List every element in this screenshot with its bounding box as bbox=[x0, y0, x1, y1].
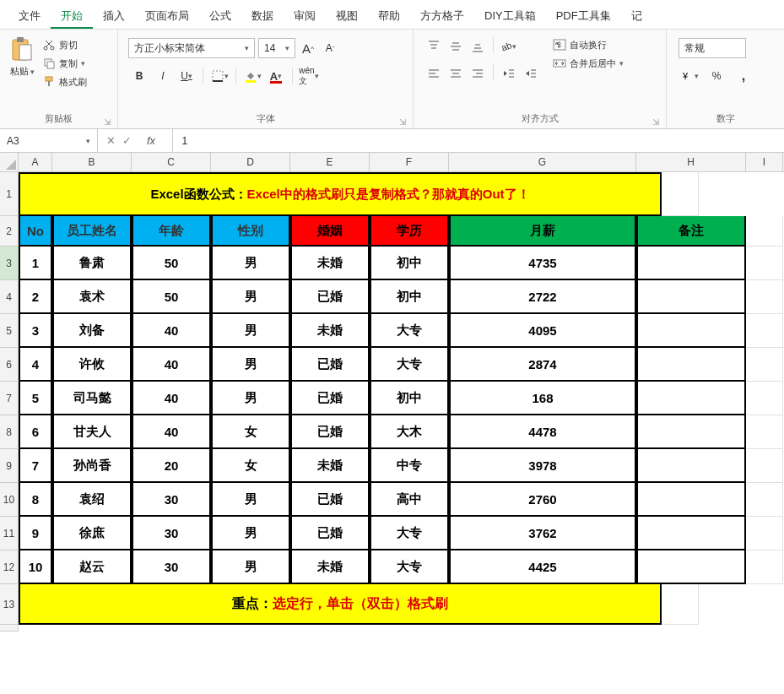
table-cell[interactable]: 赵云 bbox=[52, 550, 132, 584]
table-cell[interactable]: 已婚 bbox=[290, 517, 370, 550]
menu-item-5[interactable]: 数据 bbox=[241, 3, 284, 29]
table-cell[interactable]: 4478 bbox=[449, 415, 636, 449]
table-header[interactable]: 学历 bbox=[370, 216, 449, 247]
col-header-E[interactable]: E bbox=[290, 153, 370, 171]
increase-font-button[interactable]: A^ bbox=[299, 39, 317, 57]
font-name-select[interactable]: 方正小标宋简体▾ bbox=[128, 38, 255, 58]
table-cell[interactable]: 3762 bbox=[449, 517, 636, 550]
table-cell[interactable]: 男 bbox=[211, 382, 290, 415]
wrap-text-button[interactable]: ab 自动换行 bbox=[553, 38, 624, 52]
footer-cell[interactable]: 重点：选定行，单击（双击）格式刷 bbox=[19, 584, 662, 625]
format-painter-button[interactable]: 格式刷 bbox=[42, 75, 87, 89]
row-header[interactable]: 10 bbox=[0, 483, 19, 517]
table-cell[interactable]: 孙尚香 bbox=[52, 449, 132, 483]
col-header-G[interactable]: G bbox=[449, 153, 636, 171]
menu-item-11[interactable]: PDF工具集 bbox=[546, 3, 621, 29]
row-header[interactable]: 4 bbox=[0, 280, 19, 314]
row-header[interactable]: 12 bbox=[0, 550, 19, 584]
align-top-button[interactable] bbox=[424, 36, 444, 57]
table-cell[interactable]: 40 bbox=[132, 415, 211, 449]
indent-increase-button[interactable] bbox=[521, 63, 541, 84]
table-cell[interactable]: 30 bbox=[132, 517, 211, 550]
table-header[interactable]: 年龄 bbox=[132, 216, 211, 247]
menu-item-4[interactable]: 公式 bbox=[199, 3, 241, 29]
table-cell[interactable]: 2 bbox=[19, 280, 52, 314]
menu-item-6[interactable]: 审阅 bbox=[284, 3, 326, 29]
table-cell[interactable] bbox=[636, 314, 746, 348]
decrease-font-button[interactable]: Aˇ bbox=[321, 39, 339, 57]
align-center-button[interactable] bbox=[446, 63, 466, 84]
table-cell[interactable]: 袁绍 bbox=[52, 483, 132, 517]
menu-item-2[interactable]: 插入 bbox=[93, 3, 135, 29]
table-cell[interactable]: 8 bbox=[19, 483, 52, 517]
table-header[interactable]: 备注 bbox=[636, 216, 746, 247]
menu-item-7[interactable]: 视图 bbox=[326, 3, 368, 29]
table-header[interactable]: 月薪 bbox=[449, 216, 636, 247]
table-cell[interactable]: 40 bbox=[132, 348, 211, 382]
cancel-formula-button[interactable]: ✕ bbox=[106, 134, 116, 147]
row-header[interactable]: 5 bbox=[0, 314, 19, 348]
merge-center-button[interactable]: 合并后居中▾ bbox=[553, 57, 624, 70]
font-color-button[interactable]: A▾ bbox=[265, 65, 287, 87]
dialog-launcher-icon[interactable]: ⇲ bbox=[652, 117, 659, 127]
table-cell[interactable]: 大专 bbox=[370, 517, 449, 550]
table-cell[interactable] bbox=[636, 382, 746, 415]
table-cell[interactable]: 鲁肃 bbox=[52, 247, 132, 280]
table-cell[interactable]: 3978 bbox=[449, 449, 636, 483]
table-cell[interactable]: 高中 bbox=[370, 483, 449, 517]
table-cell[interactable]: 甘夫人 bbox=[52, 415, 132, 449]
confirm-formula-button[interactable]: ✓ bbox=[122, 134, 132, 147]
table-cell[interactable]: 2874 bbox=[449, 348, 636, 382]
table-cell[interactable]: 女 bbox=[211, 449, 290, 483]
table-cell[interactable] bbox=[636, 247, 746, 280]
table-cell[interactable]: 中专 bbox=[370, 449, 449, 483]
spreadsheet-grid[interactable]: ABCDEFGHI 1Excel函数公式：Excel中的格式刷只是复制格式？那就… bbox=[0, 153, 784, 632]
font-size-select[interactable]: 14▾ bbox=[258, 38, 295, 58]
table-cell[interactable] bbox=[636, 483, 746, 517]
table-cell[interactable]: 大专 bbox=[370, 550, 449, 584]
table-cell[interactable] bbox=[636, 517, 746, 550]
table-cell[interactable]: 徐庶 bbox=[52, 517, 132, 550]
indent-decrease-button[interactable] bbox=[499, 63, 519, 84]
table-header[interactable]: No bbox=[19, 216, 52, 247]
table-cell[interactable]: 男 bbox=[211, 483, 290, 517]
table-cell[interactable]: 已婚 bbox=[290, 415, 370, 449]
table-header[interactable]: 性别 bbox=[211, 216, 290, 247]
bold-button[interactable]: B bbox=[128, 65, 150, 87]
col-header-H[interactable]: H bbox=[636, 153, 746, 171]
italic-button[interactable]: I bbox=[152, 65, 174, 87]
table-cell[interactable]: 未婚 bbox=[290, 550, 370, 584]
menu-item-3[interactable]: 页面布局 bbox=[135, 3, 199, 29]
menu-item-10[interactable]: DIY工具箱 bbox=[474, 3, 546, 29]
table-cell[interactable]: 袁术 bbox=[52, 280, 132, 314]
table-cell[interactable]: 168 bbox=[449, 382, 636, 415]
table-cell[interactable]: 未婚 bbox=[290, 314, 370, 348]
orientation-button[interactable]: ab▾ bbox=[499, 36, 519, 57]
table-cell[interactable]: 初中 bbox=[370, 382, 449, 415]
title-cell[interactable]: Excel函数公式：Excel中的格式刷只是复制格式？那就真的Out了！ bbox=[19, 172, 662, 216]
row-header[interactable]: 3 bbox=[0, 247, 19, 280]
table-cell[interactable]: 刘备 bbox=[52, 314, 132, 348]
dialog-launcher-icon[interactable]: ⇲ bbox=[104, 117, 111, 127]
table-cell[interactable]: 已婚 bbox=[290, 348, 370, 382]
comma-button[interactable]: , bbox=[733, 65, 754, 87]
table-cell[interactable]: 男 bbox=[211, 314, 290, 348]
row-header[interactable]: 2 bbox=[0, 216, 19, 247]
table-cell[interactable] bbox=[636, 348, 746, 382]
table-cell[interactable]: 男 bbox=[211, 247, 290, 280]
table-cell[interactable]: 4095 bbox=[449, 314, 636, 348]
paste-button[interactable]: 粘贴▾ bbox=[5, 33, 39, 78]
col-header-B[interactable]: B bbox=[52, 153, 132, 171]
table-cell[interactable]: 大专 bbox=[370, 314, 449, 348]
table-cell[interactable]: 1 bbox=[19, 247, 52, 280]
table-cell[interactable] bbox=[636, 449, 746, 483]
table-cell[interactable]: 4735 bbox=[449, 247, 636, 280]
col-header-C[interactable]: C bbox=[132, 153, 211, 171]
dialog-launcher-icon[interactable]: ⇲ bbox=[399, 117, 406, 127]
table-cell[interactable]: 初中 bbox=[370, 280, 449, 314]
table-cell[interactable]: 30 bbox=[132, 483, 211, 517]
formula-input[interactable]: 1 bbox=[173, 134, 784, 147]
table-cell[interactable] bbox=[636, 550, 746, 584]
percent-button[interactable]: % bbox=[706, 65, 727, 87]
table-cell[interactable]: 已婚 bbox=[290, 280, 370, 314]
